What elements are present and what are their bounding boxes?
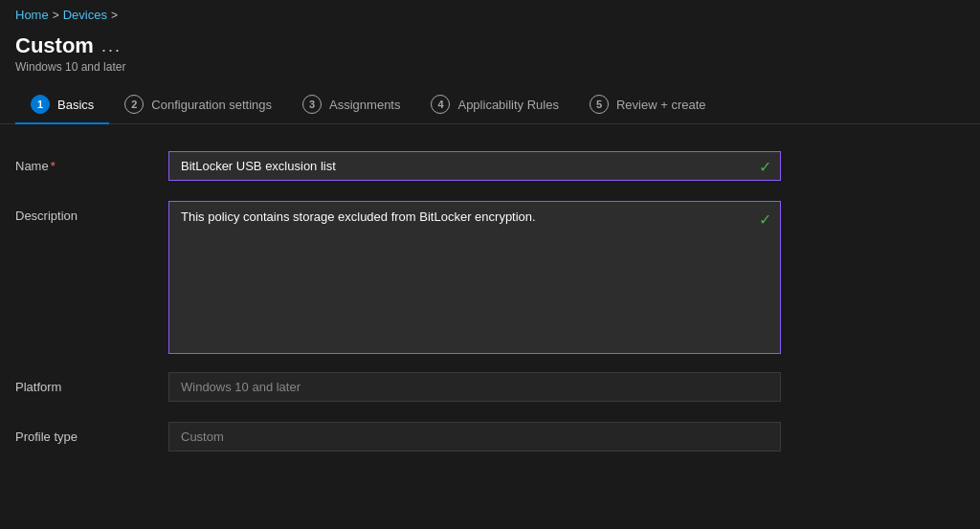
tabs-container: 1 Basics 2 Configuration settings 3 Assi… — [0, 85, 980, 124]
tab-number-5: 5 — [590, 95, 609, 114]
breadcrumb-home[interactable]: Home — [15, 8, 49, 22]
tab-number-4: 4 — [431, 95, 450, 114]
breadcrumb-separator-2: > — [111, 9, 118, 22]
page-subtitle: Windows 10 and later — [15, 60, 965, 74]
description-input-wrapper: This policy contains storage excluded fr… — [168, 201, 781, 357]
tab-number-1: 1 — [31, 95, 50, 114]
breadcrumb-separator-1: > — [53, 9, 59, 22]
name-row: Name* ✓ — [15, 151, 965, 186]
tab-label-review: Review + create — [616, 98, 706, 112]
page-title: Custom — [15, 33, 94, 58]
breadcrumb: Home > Devices > — [0, 0, 980, 30]
description-label: Description — [15, 201, 168, 223]
profile-type-input — [168, 422, 781, 452]
tab-basics[interactable]: 1 Basics — [15, 85, 109, 123]
tab-label-basics: Basics — [57, 98, 94, 112]
description-check-icon: ✓ — [759, 210, 771, 229]
form-container: Name* ✓ Description This policy contains… — [0, 143, 980, 479]
platform-row: Platform — [15, 372, 965, 407]
tab-number-2: 2 — [124, 95, 144, 114]
tab-review-create[interactable]: 5 Review + create — [574, 85, 722, 123]
tab-number-3: 3 — [302, 95, 322, 114]
page-header: Custom ... Windows 10 and later — [0, 30, 980, 85]
profile-type-row: Profile type — [15, 422, 965, 456]
tab-assignments[interactable]: 3 Assignments — [287, 85, 415, 123]
profile-type-input-wrapper — [168, 422, 781, 452]
description-textarea[interactable]: This policy contains storage excluded fr… — [168, 201, 781, 354]
tab-label-assignments: Assignments — [329, 98, 400, 112]
platform-input-wrapper — [168, 372, 781, 402]
name-required-star: * — [51, 159, 56, 173]
tab-configuration-settings[interactable]: 2 Configuration settings — [109, 85, 287, 123]
more-options-button[interactable]: ... — [101, 36, 122, 56]
name-label: Name* — [15, 151, 168, 173]
tab-label-configuration: Configuration settings — [151, 98, 272, 112]
name-input[interactable] — [168, 151, 781, 181]
tab-label-applicability: Applicability Rules — [457, 98, 559, 112]
platform-input — [168, 372, 781, 402]
tab-applicability-rules[interactable]: 4 Applicability Rules — [415, 85, 574, 123]
platform-label: Platform — [15, 372, 168, 394]
breadcrumb-devices[interactable]: Devices — [63, 8, 107, 22]
name-check-icon: ✓ — [759, 157, 771, 175]
description-row: Description This policy contains storage… — [15, 201, 965, 357]
name-input-wrapper: ✓ — [168, 151, 781, 181]
profile-type-label: Profile type — [15, 422, 168, 444]
